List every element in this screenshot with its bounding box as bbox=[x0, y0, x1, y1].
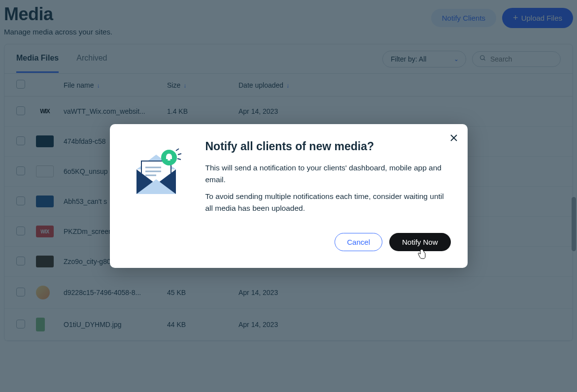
envelope-bell-icon bbox=[127, 140, 186, 219]
svg-line-17 bbox=[177, 159, 181, 160]
svg-line-15 bbox=[176, 149, 179, 151]
notify-modal: Notify all clients of new media? This wi… bbox=[110, 124, 468, 268]
modal-title: Notify all clients of new media? bbox=[205, 140, 451, 153]
modal-paragraph-2: To avoid sending multiple notifications … bbox=[205, 191, 451, 214]
notify-now-button[interactable]: Notify Now bbox=[389, 233, 451, 251]
modal-paragraph-1: This will send a notification to your cl… bbox=[205, 162, 451, 186]
svg-rect-14 bbox=[168, 159, 170, 161]
close-icon[interactable] bbox=[450, 133, 458, 144]
svg-line-16 bbox=[178, 154, 181, 155]
cancel-button[interactable]: Cancel bbox=[335, 233, 382, 251]
